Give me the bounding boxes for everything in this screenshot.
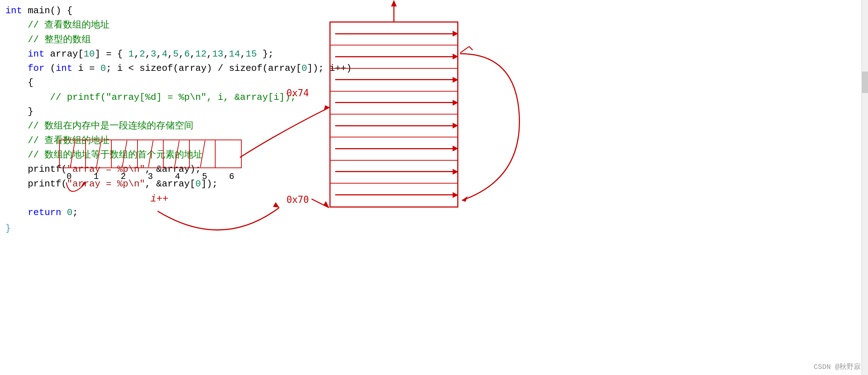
mem-arrow-7 [332,192,458,198]
scroll-thumb[interactable] [862,72,868,93]
index-4: 4 [175,172,180,181]
code-line-14 [5,191,274,205]
code-line-3: // 整型的数组 [5,33,274,47]
array-cell-3 [138,140,164,167]
code-line-9: // 数组在内存中是一段连续的存储空间 [5,119,274,133]
array-cell-6 [216,140,241,167]
mem-arrow-5 [332,146,458,151]
svg-marker-3 [324,201,329,208]
memory-row-6 [331,161,457,184]
array-cell-2 [112,140,138,167]
index-2: 2 [121,172,126,181]
memory-row-4 [331,115,457,137]
memory-row-7 [331,184,457,206]
svg-line-2 [312,199,329,208]
code-line-5: for (int i = 0; i < sizeof(array) / size… [5,61,274,76]
code-line-6: { [5,76,274,90]
code-line-4: int array[10] = { 1,2,3,4,5,6,12,13,14,1… [5,47,274,61]
memory-row-2 [331,69,457,92]
index-3: 3 [148,172,153,181]
code-line-1: int main() { [5,4,274,18]
svg-marker-1 [391,0,397,6]
array-indices: 0 1 2 3 4 5 6 [56,172,245,181]
array-diagram [59,140,242,168]
mem-arrow-3 [332,100,458,106]
array-cell-5 [190,140,216,167]
scroll-bar[interactable] [862,0,868,375]
code-line-8: } [5,104,274,119]
memory-row-0 [331,23,457,45]
array-cell-0 [60,140,86,167]
code-panel: int main() { // 查看数组的地址 // 整型的数组 int arr… [0,0,279,233]
index-0: 0 [67,172,72,181]
code-line-15: return 0; [5,205,274,220]
addr-0x74: 0x74 [286,88,309,98]
mem-arrow-2 [332,77,458,83]
code-line-2: // 查看数组的地址 [5,18,274,32]
addr-0x70: 0x70 [286,194,309,205]
memory-row-5 [331,137,457,160]
mem-arrow-0 [332,31,458,36]
watermark: CSDN @秋野寂 [814,362,861,371]
index-1: 1 [93,172,98,181]
svg-line-6 [469,47,473,50]
code-line-7: // printf("array[%d] = %p\n", i, &array[… [5,90,274,104]
memory-row-3 [331,92,457,115]
array-cell-1 [86,140,112,167]
svg-marker-7 [324,105,329,111]
memory-panel [329,21,458,208]
closing-brace: } [5,223,11,233]
array-cell-4 [164,140,190,167]
mem-arrow-4 [332,123,458,128]
memory-row-1 [331,45,457,68]
mem-arrow-6 [332,169,458,175]
svg-line-5 [460,47,469,53]
iplus-label: i++ [150,193,168,204]
array-cells [60,140,241,167]
mem-arrow-1 [332,54,458,59]
index-6: 6 [229,172,234,181]
index-5: 5 [202,172,207,181]
svg-marker-4 [462,196,468,202]
